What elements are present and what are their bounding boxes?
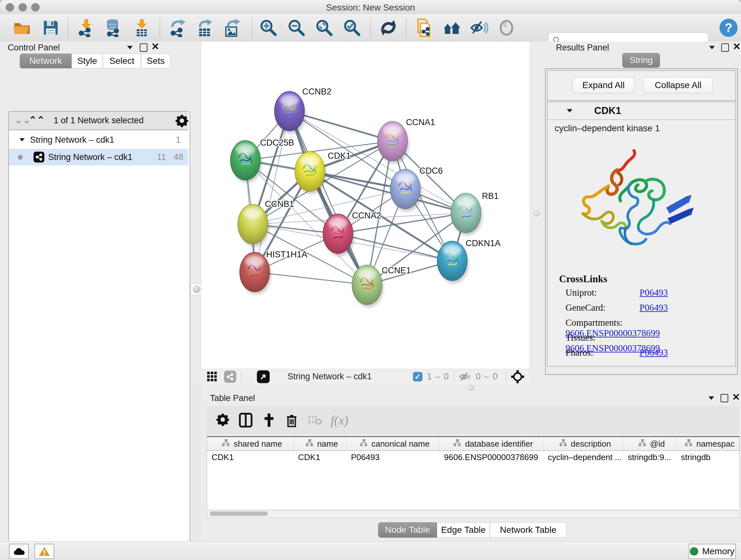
results-panel-float-icon[interactable] xyxy=(721,44,729,52)
control-panel-close-icon[interactable]: ✕ xyxy=(151,41,159,52)
table-cell[interactable]: stringdb xyxy=(677,451,739,463)
import-network-database-icon[interactable] xyxy=(104,18,123,37)
memory-button[interactable]: Memory xyxy=(689,544,736,559)
node-CDKN1A[interactable]: CDKN1A xyxy=(437,239,501,283)
crosslink-value-link[interactable]: P06493 xyxy=(639,348,668,358)
import-network-file-icon[interactable] xyxy=(77,18,95,37)
results-panel-menu-icon[interactable] xyxy=(709,46,715,49)
show-columns-icon[interactable] xyxy=(239,413,253,428)
crosslink-value-link[interactable]: P06493 xyxy=(639,287,668,298)
node-CCNB2[interactable]: CCNB2 xyxy=(274,87,332,133)
results-panel-close-icon[interactable]: ✕ xyxy=(733,41,741,52)
node-CCNA2[interactable]: CCNA2 xyxy=(323,211,381,256)
control-panel-float-icon[interactable] xyxy=(140,44,147,52)
tab-network-table[interactable]: Network Table xyxy=(490,522,566,538)
node-CDC25B[interactable]: CDC25B xyxy=(230,138,294,183)
tab-sets[interactable]: Sets xyxy=(141,54,171,68)
hide-selected-icon[interactable] xyxy=(470,18,488,37)
node-RB1[interactable]: RB1 xyxy=(451,191,499,235)
network-options-gear-icon[interactable] xyxy=(176,114,188,128)
table-hscrollbar[interactable] xyxy=(207,510,740,518)
zoom-in-icon[interactable] xyxy=(259,18,278,37)
help-icon[interactable]: ? xyxy=(719,18,738,38)
string-view-icon[interactable] xyxy=(224,371,236,383)
column-header-shared-name[interactable]: shared name xyxy=(207,437,293,450)
node-label: CDK1 xyxy=(328,151,351,161)
edge[interactable] xyxy=(338,234,452,261)
column-header-canonical-name[interactable]: canonical name xyxy=(347,437,440,450)
network-canvas[interactable]: CCNB2 CCNA1 CDC25B CDK1 CDC6 RB1 CCNB1 C… xyxy=(201,42,530,369)
column-header-database-identifier[interactable]: database identifier xyxy=(440,437,543,450)
crosslink-value-link[interactable]: P06493 xyxy=(639,302,668,313)
table-row[interactable]: CDK1CDK1P064939606.ENSP00000378699cyclin… xyxy=(207,451,739,463)
zoom-out-icon[interactable] xyxy=(287,18,306,37)
column-header-@id[interactable]: @id xyxy=(623,437,677,450)
apply-layout-icon[interactable] xyxy=(379,18,398,37)
network-collection-row[interactable]: String Network – cdk1 1 xyxy=(9,132,188,148)
node-CCNA1[interactable]: CCNA1 xyxy=(378,118,435,164)
open-session-icon[interactable] xyxy=(13,18,31,37)
tab-node-table[interactable]: Node Table xyxy=(378,522,437,538)
tab-string[interactable]: String xyxy=(622,53,660,68)
network-view-toolbar: String Network – cdk1 ✓ 1 – 0 0 – 0 xyxy=(201,369,530,384)
export-image-icon[interactable] xyxy=(223,18,241,37)
node-HIST1H1A[interactable]: HIST1H1A xyxy=(240,250,307,294)
node-CCNB1[interactable]: CCNB1 xyxy=(238,199,294,246)
collection-disclosure-icon[interactable] xyxy=(19,138,25,142)
crosslink-label: Pharos: xyxy=(565,348,639,358)
control-panel-menu-icon[interactable] xyxy=(127,46,133,49)
delete-column-icon[interactable] xyxy=(285,413,298,428)
open-in-window-button[interactable] xyxy=(257,370,270,383)
import-table-file-icon[interactable] xyxy=(132,18,151,37)
table-cell[interactable]: CDK1 xyxy=(207,451,293,463)
tab-select[interactable]: Select xyxy=(103,54,141,68)
pan-crosshair-icon[interactable] xyxy=(511,370,525,384)
result-disclosure-icon[interactable] xyxy=(567,109,572,112)
table-panel-menu-icon[interactable] xyxy=(709,396,714,400)
node-table[interactable]: shared namenamecanonical namedatabase id… xyxy=(207,436,740,509)
selected-checkbox-icon[interactable]: ✓ xyxy=(413,372,422,381)
cloud-button[interactable] xyxy=(9,544,29,559)
zoom-fit-icon[interactable] xyxy=(315,18,333,37)
left-splitter-handle[interactable] xyxy=(191,284,202,295)
birdseye-grid-icon[interactable] xyxy=(206,371,218,383)
show-all-networks-icon[interactable] xyxy=(443,18,461,37)
node-result-header[interactable]: CDK1 xyxy=(548,102,735,120)
function-builder-icon[interactable]: f(x) xyxy=(331,413,348,428)
edge[interactable] xyxy=(255,272,367,285)
table-panel-float-icon[interactable] xyxy=(721,394,728,402)
table-options-gear-icon[interactable] xyxy=(216,413,229,427)
table-cell[interactable]: stringdb:9... xyxy=(623,451,677,463)
zoom-selected-icon[interactable] xyxy=(343,18,361,37)
right-splitter-handle[interactable] xyxy=(534,211,539,216)
table-panel-close-icon[interactable]: ✕ xyxy=(732,391,740,402)
table-hscrollbar-thumb[interactable] xyxy=(210,511,268,516)
hidden-eye-icon[interactable] xyxy=(459,371,471,382)
highlight-icon[interactable] xyxy=(497,18,516,37)
column-header-name[interactable]: name xyxy=(293,437,347,450)
node-CCNE1[interactable]: CCNE1 xyxy=(352,265,411,307)
expand-all-button[interactable]: Expand All xyxy=(572,77,634,93)
delete-table-icon[interactable] xyxy=(308,414,322,427)
collapse-all-button[interactable]: Collapse All xyxy=(643,77,713,93)
node-CDK1[interactable]: CDK1 xyxy=(295,151,351,194)
left-splitter[interactable] xyxy=(192,42,201,384)
table-cell[interactable]: CDK1 xyxy=(293,451,347,463)
table-cell[interactable]: cyclin–dependent ... xyxy=(543,451,623,463)
warning-button[interactable] xyxy=(35,544,54,559)
tab-style[interactable]: Style xyxy=(71,54,103,68)
export-network-icon[interactable] xyxy=(169,18,187,37)
column-header-description[interactable]: description xyxy=(543,437,623,450)
bottom-splitter-handle[interactable] xyxy=(468,385,474,391)
tab-edge-table[interactable]: Edge Table xyxy=(437,522,490,538)
add-column-icon[interactable] xyxy=(262,413,276,428)
column-header-namespac[interactable]: namespac xyxy=(677,437,739,450)
string-network-graph[interactable]: CCNB2 CCNA1 CDC25B CDK1 CDC6 RB1 CCNB1 C… xyxy=(201,42,530,369)
tab-network[interactable]: Network xyxy=(20,54,71,68)
save-session-icon[interactable] xyxy=(42,18,60,37)
clone-network-icon[interactable] xyxy=(414,18,433,37)
table-cell[interactable]: 9606.ENSP00000378699 xyxy=(440,451,543,463)
export-table-icon[interactable] xyxy=(195,18,214,37)
network-row[interactable]: String Network – cdk1 11 48 xyxy=(9,149,188,165)
table-cell[interactable]: P06493 xyxy=(347,451,440,463)
